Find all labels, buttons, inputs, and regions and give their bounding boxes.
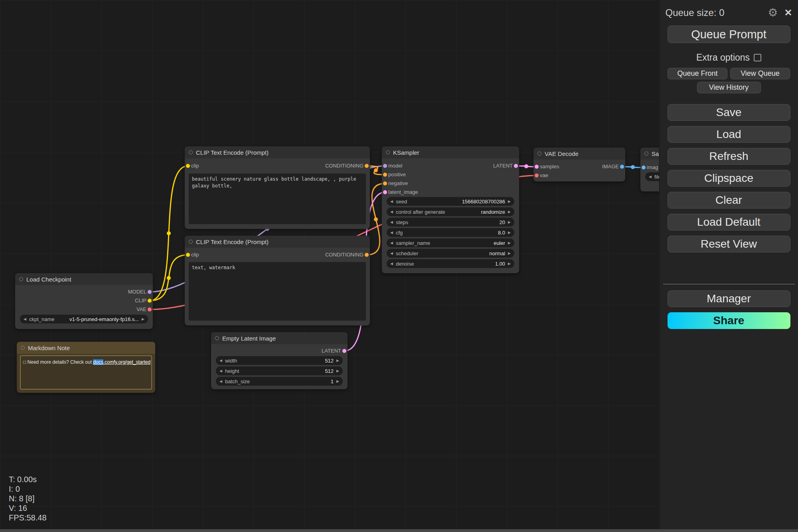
- collapse-dot-icon[interactable]: [21, 346, 25, 350]
- share-button[interactable]: Share: [668, 312, 790, 329]
- node-markdown-note[interactable]: Markdown Note □ Need more details? Check…: [17, 342, 155, 393]
- node-header[interactable]: CLIP Text Encode (Prompt): [185, 236, 370, 248]
- widget-height[interactable]: ◀ height 512 ▶: [216, 366, 343, 375]
- next-value-icon[interactable]: ▶: [508, 251, 511, 255]
- next-value-icon[interactable]: ▶: [508, 241, 511, 245]
- prev-value-icon[interactable]: ◀: [390, 231, 393, 234]
- widget-steps[interactable]: ◀ steps 20 ▶: [387, 218, 514, 227]
- prev-value-icon[interactable]: ◀: [649, 175, 652, 179]
- prev-value-icon[interactable]: ◀: [390, 251, 393, 255]
- prev-value-icon[interactable]: ◀: [219, 359, 222, 363]
- widget-width[interactable]: ◀ width 512 ▶: [216, 356, 343, 365]
- prev-value-icon[interactable]: ◀: [390, 220, 393, 224]
- input-slot-model[interactable]: [383, 164, 387, 168]
- view-history-button[interactable]: View History: [697, 82, 761, 93]
- node-header[interactable]: VAE Decode: [533, 148, 625, 160]
- next-value-icon[interactable]: ▶: [508, 220, 511, 224]
- collapse-dot-icon[interactable]: [215, 336, 219, 340]
- widget-sampler-name[interactable]: ◀ sampler_name euler ▶: [387, 238, 514, 247]
- reset-view-button[interactable]: Reset View: [668, 236, 790, 252]
- node-header[interactable]: Empty Latent Image: [211, 332, 348, 344]
- next-value-icon[interactable]: ▶: [508, 262, 511, 266]
- widget-label: ckpt_name: [29, 316, 55, 322]
- input-slot-image[interactable]: [642, 166, 646, 169]
- input-slot-positive[interactable]: [383, 173, 387, 177]
- collapse-dot-icon[interactable]: [189, 240, 193, 244]
- widget-label: cfg: [396, 230, 403, 236]
- collapse-dot-icon[interactable]: [537, 152, 541, 156]
- prev-value-icon[interactable]: ◀: [390, 210, 393, 214]
- input-slot-samples[interactable]: [535, 165, 539, 169]
- node-vae-decode[interactable]: VAE Decode samples vae IMAGE: [533, 148, 625, 181]
- input-slot-clip[interactable]: [186, 253, 190, 257]
- horizontal-scrollbar[interactable]: [0, 529, 798, 532]
- next-value-icon[interactable]: ▶: [336, 369, 339, 373]
- perf-stats: T: 0.00s I: 0 N: 8 [8] V: 16 FPS:58.48: [9, 475, 47, 522]
- input-slot-vae[interactable]: [535, 173, 539, 177]
- collapse-dot-icon[interactable]: [19, 277, 23, 281]
- view-queue-button[interactable]: View Queue: [730, 68, 790, 79]
- next-value-icon[interactable]: ▶: [508, 199, 511, 203]
- save-button[interactable]: Save: [668, 104, 790, 121]
- output-slot-latent[interactable]: [342, 349, 346, 353]
- next-value-icon[interactable]: ▶: [336, 379, 339, 383]
- queue-prompt-button[interactable]: Queue Prompt: [668, 26, 790, 43]
- node-header[interactable]: CLIP Text Encode (Prompt): [185, 146, 370, 158]
- output-slot-conditioning[interactable]: [365, 164, 369, 168]
- collapse-dot-icon[interactable]: [644, 152, 648, 156]
- input-slot-clip[interactable]: [186, 164, 190, 168]
- extra-options-checkbox[interactable]: [754, 54, 761, 61]
- manager-button[interactable]: Manager: [668, 290, 790, 307]
- next-value-icon[interactable]: ▶: [336, 359, 339, 363]
- widget-denoise[interactable]: ◀ denoise 1.00 ▶: [387, 259, 514, 268]
- output-slot-model[interactable]: [148, 290, 152, 294]
- widget-ckpt-name[interactable]: ◀ ckpt_name v1-5-pruned-emaonly-fp16.s..…: [20, 315, 148, 323]
- note-body[interactable]: □ Need more details? Check out docs.comf…: [20, 355, 152, 390]
- clipspace-button[interactable]: Clipspace: [668, 170, 790, 187]
- prev-value-icon[interactable]: ◀: [219, 369, 222, 373]
- node-clip-text-encode-positive[interactable]: CLIP Text Encode (Prompt) clip CONDITION…: [185, 146, 370, 229]
- node-clip-text-encode-negative[interactable]: CLIP Text Encode (Prompt) clip CONDITION…: [185, 236, 370, 325]
- output-slot-latent[interactable]: [514, 164, 518, 168]
- widget-batch-size[interactable]: ◀ batch_size 1 ▶: [216, 377, 343, 386]
- load-default-button[interactable]: Load Default: [668, 214, 790, 231]
- widget-seed[interactable]: ◀ seed 156680208700286 ▶: [387, 197, 514, 206]
- node-header[interactable]: KSampler: [382, 146, 519, 158]
- output-slot-image[interactable]: [620, 165, 624, 169]
- next-value-icon[interactable]: ▶: [508, 210, 511, 214]
- next-value-icon[interactable]: ▶: [508, 231, 511, 234]
- prev-value-icon[interactable]: ◀: [390, 241, 393, 245]
- node-load-checkpoint[interactable]: Load Checkpoint MODEL CLIP VAE ◀ ckpt_na…: [15, 273, 153, 329]
- docs-link[interactable]: docs.comfy.org/get_started: [93, 359, 150, 365]
- prompt-textarea[interactable]: text, watermark: [189, 262, 366, 321]
- output-slot-conditioning[interactable]: [365, 253, 369, 257]
- prev-value-icon[interactable]: ◀: [219, 379, 222, 383]
- stat-iterations: I: 0: [9, 484, 47, 494]
- queue-front-button[interactable]: Queue Front: [668, 68, 727, 79]
- docs-link-highlight: docs: [93, 359, 103, 365]
- node-header[interactable]: Markdown Note: [17, 342, 155, 354]
- slot-label-negative: negative: [388, 180, 408, 186]
- load-button[interactable]: Load: [668, 126, 790, 143]
- next-value-icon[interactable]: ▶: [142, 317, 144, 321]
- prev-value-icon[interactable]: ◀: [24, 317, 26, 321]
- output-slot-clip[interactable]: [148, 299, 152, 303]
- settings-gear-icon[interactable]: ⚙: [768, 7, 778, 18]
- close-menu-icon[interactable]: ✕: [784, 8, 792, 18]
- collapse-dot-icon[interactable]: [189, 150, 193, 154]
- node-ksampler[interactable]: KSampler model positive negative latent_…: [382, 146, 519, 273]
- prompt-textarea[interactable]: beautiful scenery nature glass bottle la…: [189, 173, 366, 224]
- input-slot-negative[interactable]: [383, 181, 387, 185]
- clear-button[interactable]: Clear: [668, 192, 790, 209]
- widget-control-after-generate[interactable]: ◀ control after generate randomize ▶: [387, 207, 514, 216]
- collapse-dot-icon[interactable]: [386, 150, 390, 154]
- input-slot-latent-image[interactable]: [383, 190, 387, 194]
- refresh-button[interactable]: Refresh: [668, 148, 790, 165]
- node-header[interactable]: Load Checkpoint: [15, 273, 153, 285]
- prev-value-icon[interactable]: ◀: [390, 262, 393, 266]
- node-empty-latent-image[interactable]: Empty Latent Image LATENT ◀ width 512 ▶ …: [211, 332, 348, 389]
- widget-cfg[interactable]: ◀ cfg 8.0 ▶: [387, 228, 514, 237]
- prev-value-icon[interactable]: ◀: [390, 199, 393, 203]
- widget-scheduler[interactable]: ◀ scheduler normal ▶: [387, 249, 514, 258]
- output-slot-vae[interactable]: [148, 307, 152, 311]
